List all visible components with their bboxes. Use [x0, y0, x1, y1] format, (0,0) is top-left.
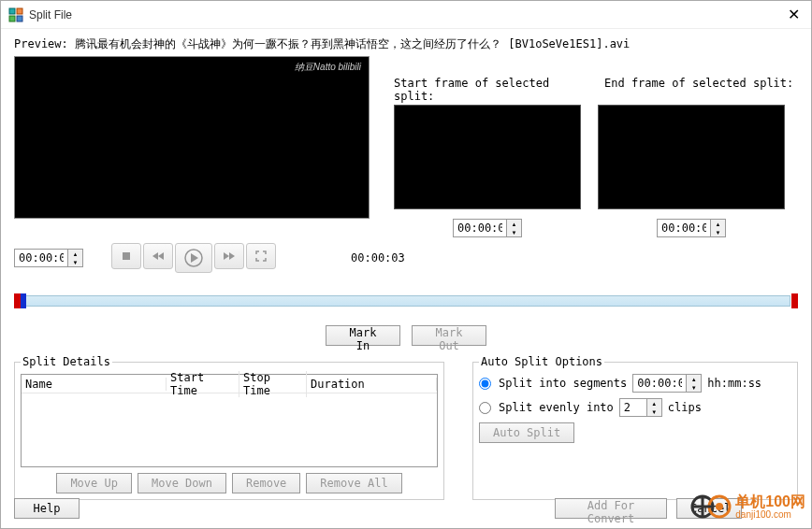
duration-label: 00:00:03 — [351, 251, 405, 264]
spinner-down-icon[interactable]: ▼ — [687, 383, 701, 392]
segments-value-input[interactable]: ▲▼ — [632, 374, 702, 393]
col-name[interactable]: Name — [22, 378, 167, 391]
end-frame-label: End frame of selected split: — [604, 77, 796, 103]
svg-marker-10 — [229, 252, 235, 260]
split-details-group: Split Details Name Start Time Stop Time … — [14, 355, 444, 500]
cancel-button[interactable]: Cancel — [676, 498, 742, 519]
spinner-down-icon[interactable]: ▼ — [507, 228, 521, 236]
move-down-button: Move Down — [138, 473, 226, 493]
auto-split-button: Auto Split — [479, 422, 574, 443]
preview-label: Preview: 腾讯最有机会封神的《斗战神》为何一蹶不振？再到黑神话悟空，这之… — [14, 36, 798, 52]
evenly-unit: clips — [668, 401, 702, 414]
next-icon — [223, 250, 236, 262]
start-frame-preview — [394, 105, 581, 209]
svg-marker-8 — [191, 253, 198, 263]
svg-rect-4 — [123, 252, 130, 260]
split-details-legend: Split Details — [21, 355, 112, 368]
timeline[interactable] — [14, 292, 798, 310]
spinner-down-icon[interactable]: ▼ — [68, 258, 82, 266]
svg-rect-3 — [17, 16, 22, 21]
spinner-down-icon[interactable]: ▼ — [647, 407, 661, 416]
video-watermark: 纳豆Natto bilibili — [295, 61, 361, 74]
expand-icon — [255, 250, 267, 262]
player-position-input[interactable]: ▲▼ — [14, 249, 83, 267]
end-frame-time-input[interactable]: ▲▼ — [657, 219, 726, 237]
split-details-table[interactable]: Name Start Time Stop Time Duration — [21, 374, 438, 467]
prev-icon — [152, 250, 165, 262]
remove-all-button: Remove All — [306, 473, 401, 493]
help-button[interactable]: Help — [14, 498, 80, 519]
svg-rect-0 — [9, 8, 15, 14]
spinner-up-icon[interactable]: ▲ — [711, 220, 725, 228]
window-title: Split File — [29, 8, 784, 21]
prev-button[interactable] — [143, 243, 173, 269]
fullscreen-button[interactable] — [246, 243, 276, 269]
split-evenly-radio[interactable] — [479, 402, 491, 414]
app-icon — [8, 7, 23, 22]
preview-video: 纳豆Natto bilibili — [14, 56, 370, 219]
stop-button[interactable] — [111, 243, 141, 269]
spinner-up-icon[interactable]: ▲ — [68, 250, 82, 258]
spinner-up-icon[interactable]: ▲ — [647, 399, 661, 407]
start-frame-label: Start frame of selected split: — [394, 77, 586, 103]
split-evenly-label: Split evenly into — [499, 401, 614, 414]
play-icon — [184, 249, 203, 267]
add-for-convert-button: Add For Convert — [555, 498, 667, 519]
spinner-up-icon[interactable]: ▲ — [507, 220, 521, 228]
mark-out-button: Mark Out — [412, 325, 486, 346]
svg-marker-6 — [158, 252, 164, 260]
mark-in-button[interactable]: Mark In — [326, 325, 400, 346]
move-up-button: Move Up — [56, 473, 132, 493]
split-segments-label: Split into segments — [499, 377, 627, 390]
timeline-playhead[interactable] — [14, 293, 21, 308]
close-icon[interactable]: ✕ — [784, 6, 804, 23]
segments-unit: hh:mm:ss — [707, 377, 761, 390]
svg-marker-5 — [152, 252, 158, 260]
col-duration[interactable]: Duration — [307, 378, 437, 391]
auto-split-legend: Auto Split Options — [479, 355, 604, 368]
next-button[interactable] — [214, 243, 244, 269]
remove-button: Remove — [232, 473, 300, 493]
col-stop[interactable]: Stop Time — [239, 371, 307, 397]
timeline-end-marker[interactable] — [791, 293, 798, 308]
end-frame-preview — [598, 105, 785, 209]
play-button[interactable] — [175, 243, 212, 273]
timeline-start-marker[interactable] — [20, 293, 26, 308]
split-segments-radio[interactable] — [479, 378, 491, 390]
evenly-value-input[interactable]: ▲▼ — [619, 398, 662, 417]
svg-rect-1 — [17, 8, 22, 14]
spinner-down-icon[interactable]: ▼ — [711, 228, 725, 236]
stop-icon — [121, 250, 132, 262]
col-start[interactable]: Start Time — [167, 371, 239, 397]
auto-split-group: Auto Split Options Split into segments ▲… — [472, 355, 798, 500]
spinner-up-icon[interactable]: ▲ — [687, 375, 701, 383]
svg-marker-9 — [224, 252, 229, 260]
start-frame-time-input[interactable]: ▲▼ — [453, 219, 522, 237]
svg-rect-2 — [9, 16, 15, 21]
